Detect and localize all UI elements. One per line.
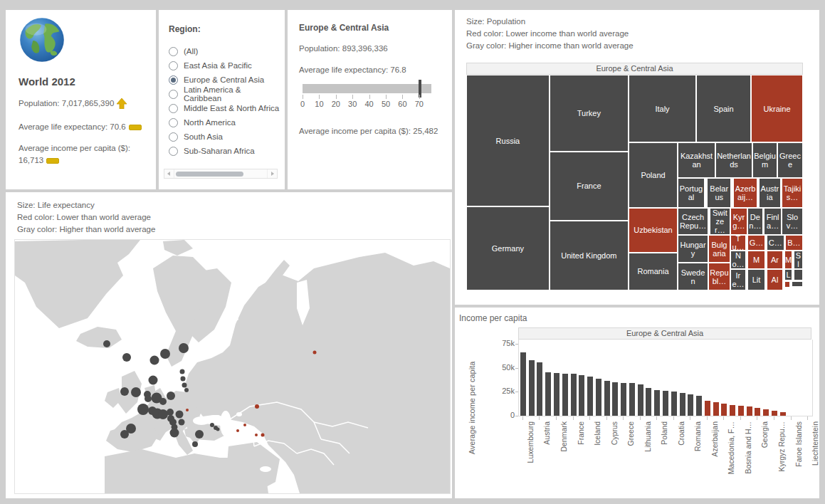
treemap-cell[interactable]: Tu… [730,235,746,251]
treemap-cell[interactable]: Belgium [752,142,777,178]
treemap-cell[interactable]: Italy [629,75,696,142]
income-bar[interactable] [579,375,584,416]
treemap-cell[interactable]: Slov… [782,208,803,235]
income-bar[interactable] [713,402,719,416]
income-bar[interactable] [537,362,542,416]
radio-button-icon[interactable] [169,90,178,99]
treemap-cell[interactable]: Finla… [764,208,782,235]
income-bar[interactable] [663,391,668,416]
income-bar[interactable] [612,382,618,416]
treemap-cell[interactable]: Ukraine [751,75,803,142]
country-symbol[interactable] [313,351,317,355]
treemap-cell[interactable]: Hungary [678,235,708,263]
income-bar[interactable] [688,394,693,416]
country-symbol[interactable] [160,349,170,359]
region-option[interactable]: Europe & Central Asia [169,73,280,87]
treemap-cell[interactable]: Poland [629,142,678,208]
region-option[interactable]: East Asia & Pacific [169,58,280,73]
treemap-cell[interactable]: Greece [777,142,803,178]
country-symbol[interactable] [103,340,110,347]
country-symbol[interactable] [137,404,149,415]
region-option[interactable]: North America [169,115,280,130]
income-bar[interactable] [629,383,635,416]
income-bar[interactable] [554,373,559,416]
income-bar[interactable] [646,388,651,416]
country-symbol[interactable] [120,387,129,396]
country-symbol[interactable] [179,343,189,353]
treemap-cell[interactable]: Turkey [550,75,629,152]
treemap-cell[interactable]: C… [767,235,784,251]
region-option[interactable]: (All) [169,44,280,58]
treemap-cell[interactable]: Spain [696,75,751,142]
country-symbol[interactable] [216,428,220,431]
treemap-cell[interactable]: Kazakhstan [678,142,715,178]
treemap-cell[interactable]: Sl [794,251,803,269]
country-symbol[interactable] [195,430,204,439]
income-bar[interactable] [638,384,643,416]
treemap-cell[interactable]: Al [767,269,783,290]
treemap-cell[interactable]: France [550,152,629,221]
treemap-cell[interactable]: Kyrg… [730,208,747,235]
income-bar[interactable] [747,406,752,416]
income-bar[interactable] [562,374,568,416]
radio-button-icon[interactable] [169,132,178,142]
treemap-cell[interactable] [784,281,791,288]
treemap-cell[interactable]: M [747,251,765,269]
country-symbol[interactable] [144,395,152,402]
treemap-cell[interactable]: Azerbaij… [733,178,757,208]
treemap-cell[interactable]: Belarus [707,178,731,208]
radio-button-icon[interactable] [169,61,178,70]
europe-map[interactable] [14,239,451,494]
treemap-cell[interactable]: Republ… [708,263,730,290]
treemap-cell[interactable]: Sweden [678,263,708,290]
radio-button-icon[interactable] [169,47,178,56]
treemap-cell[interactable] [794,269,803,280]
treemap-cell[interactable]: Ire… [730,269,746,290]
income-bar[interactable] [654,390,660,416]
income-bar[interactable] [529,360,535,416]
country-symbol[interactable] [181,377,186,382]
income-bar[interactable] [772,411,777,416]
treemap-cell[interactable]: Bulgaria [708,235,730,263]
radio-button-icon[interactable] [169,147,178,156]
country-symbol[interactable] [176,411,184,419]
radio-button-icon[interactable] [169,118,178,127]
income-bar[interactable] [780,412,786,416]
income-bar[interactable] [705,401,710,416]
scroll-left-arrow-icon[interactable] [164,169,174,178]
treemap-cell[interactable]: Russia [466,75,550,206]
treemap-cell[interactable]: Switzer… [710,208,730,235]
region-option[interactable]: Sub-Saharan Africa [169,144,280,158]
country-symbol[interactable] [167,409,174,416]
income-bar[interactable] [680,393,685,416]
country-symbol[interactable] [167,392,175,400]
treemap-cell[interactable]: Germany [466,206,550,290]
income-bar[interactable] [671,392,677,416]
treemap-cell[interactable]: No… [730,251,746,269]
country-symbol[interactable] [150,356,159,365]
treemap-cell[interactable]: Ar [767,251,783,269]
region-scrollbar[interactable] [164,169,278,179]
treemap-cell[interactable]: United Kingdom [550,221,629,290]
country-symbol[interactable] [255,404,259,409]
income-bar[interactable] [587,377,593,416]
country-symbol[interactable] [192,441,198,447]
scrollbar-thumb[interactable] [176,172,243,177]
radio-button-icon[interactable] [169,104,178,113]
region-option[interactable]: South Asia [169,130,280,144]
treemap-cell[interactable] [792,281,803,287]
country-symbol[interactable] [131,387,141,397]
treemap-cell[interactable]: G… [747,235,765,251]
country-symbol[interactable] [255,434,258,436]
country-symbol[interactable] [159,398,167,405]
country-symbol[interactable] [236,429,239,432]
country-symbol[interactable] [184,388,189,392]
income-bar[interactable] [755,408,760,416]
region-option[interactable]: Latin America & Caribbean [169,87,280,101]
income-bar[interactable] [763,409,769,416]
treemap-cell[interactable]: Czech Repu… [678,208,708,235]
treemap-cell[interactable]: Netherlands [715,142,752,178]
treemap-cell[interactable]: L [784,269,792,280]
treemap-cell[interactable]: Uzbekistan [629,208,678,253]
country-symbol[interactable] [243,424,246,426]
